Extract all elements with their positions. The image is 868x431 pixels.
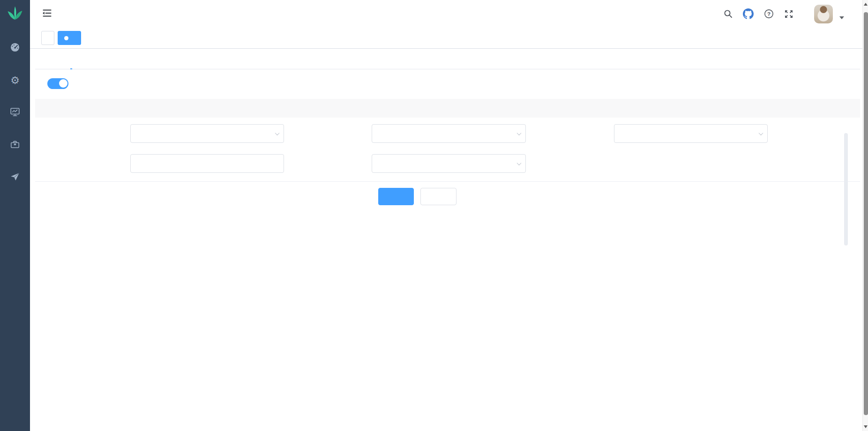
col-header-expand: [818, 99, 860, 118]
col-header-display-type: [656, 99, 738, 118]
sidebar-menu: ⚙: [0, 26, 30, 226]
sidebar-item-guide[interactable]: [0, 161, 30, 193]
caret-down-icon[interactable]: [839, 16, 844, 19]
relation-toggle-switch[interactable]: [47, 78, 68, 89]
paper-plane-icon: [10, 171, 20, 183]
table-scrollbar-thumb[interactable]: [844, 133, 848, 245]
sidebar-collapse-button[interactable]: [41, 8, 52, 20]
relation-field-select[interactable]: [372, 124, 526, 143]
col-header-insert: [422, 99, 455, 118]
svg-text:?: ?: [767, 11, 771, 17]
scroll-up-arrow-icon[interactable]: [863, 1, 868, 7]
sidebar-item-pay[interactable]: [0, 193, 30, 226]
fields-table: [35, 99, 860, 182]
active-dot-icon: [64, 36, 68, 40]
sidebar-item-system[interactable]: ⚙: [0, 64, 30, 97]
sidebar-item-monitor[interactable]: [0, 97, 30, 129]
submit-button[interactable]: [378, 188, 414, 205]
col-header-edit: [455, 99, 487, 118]
relation-expand-panel: [35, 118, 860, 182]
sidebar: ⚙: [0, 0, 30, 431]
col-header-dict-type: [738, 99, 818, 118]
col-header-physical-type: [213, 99, 286, 118]
col-header-query-type: [555, 99, 623, 118]
page-scrollbar[interactable]: [862, 0, 868, 431]
gear-icon: ⚙: [10, 75, 20, 86]
relation-row-1: [35, 124, 860, 143]
tag-current[interactable]: [58, 31, 81, 45]
chevron-down-icon: [517, 161, 522, 165]
java-attr-input[interactable]: [130, 154, 284, 173]
question-circle-icon[interactable]: ?: [764, 9, 774, 19]
sidebar-item-dashboard[interactable]: [0, 32, 30, 64]
map-field-select[interactable]: [614, 124, 768, 143]
dashboard-gauge-icon: [10, 42, 20, 54]
chevron-down-icon: [275, 131, 280, 135]
menu-fold-icon: [41, 8, 52, 20]
monitor-chart-icon: [10, 107, 20, 119]
col-header-required: [623, 99, 656, 118]
relation-toggle-row: [42, 78, 868, 89]
col-header-query: [520, 99, 555, 118]
avatar[interactable]: [814, 5, 833, 23]
map-java-type-select[interactable]: [372, 154, 526, 173]
chevron-down-icon: [759, 131, 763, 135]
page-scrollbar-thumb[interactable]: [864, 12, 868, 415]
form-footer: [0, 182, 836, 205]
briefcase-icon: [10, 139, 20, 151]
seedling-logo-icon: [6, 3, 24, 23]
github-icon[interactable]: [743, 8, 754, 19]
scroll-down-arrow-icon[interactable]: [863, 424, 868, 430]
col-header-desc: [150, 99, 213, 118]
relation-row-2: [35, 154, 860, 173]
relation-table-select[interactable]: [130, 124, 284, 143]
tag-home[interactable]: [41, 31, 54, 45]
search-icon[interactable]: [724, 9, 733, 18]
col-header-list: [487, 99, 520, 118]
form-tabs: [35, 49, 860, 69]
col-header-column-name: [75, 99, 150, 118]
col-header-seq: [35, 99, 75, 118]
col-header-java-type: [286, 99, 356, 118]
sidebar-item-tool[interactable]: [0, 129, 30, 161]
col-header-java-field: [356, 99, 422, 118]
table-header-row: [35, 99, 860, 118]
tags-view-bar: [30, 28, 868, 49]
app-logo[interactable]: [0, 0, 30, 26]
main-area: ?: [30, 0, 868, 431]
topbar: ?: [30, 0, 868, 28]
fullscreen-icon[interactable]: [784, 9, 793, 19]
back-button[interactable]: [420, 188, 456, 205]
topbar-actions: ?: [724, 0, 844, 28]
chevron-down-icon: [517, 131, 522, 135]
